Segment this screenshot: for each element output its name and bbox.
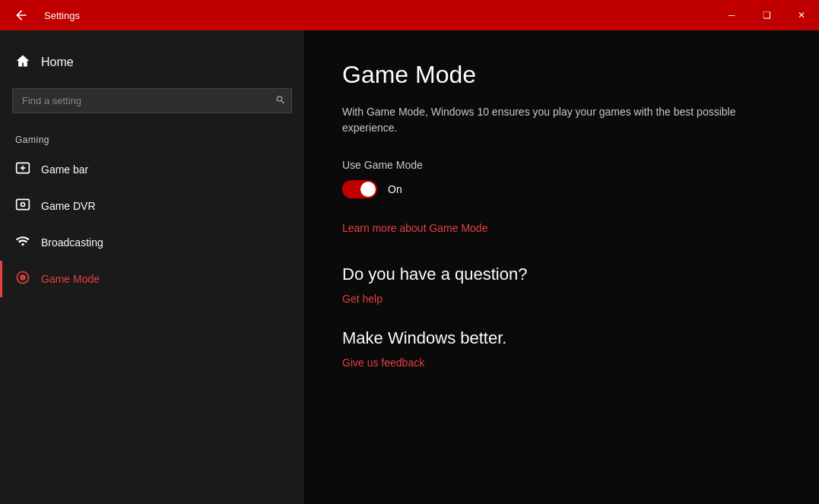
feedback-link[interactable]: Give us feedback [342,357,424,369]
titlebar: Settings ─ ❑ ✕ [0,0,819,30]
home-label: Home [41,55,74,69]
game-mode-toggle[interactable] [342,180,377,198]
sidebar-item-game-bar[interactable]: Game bar [0,151,304,188]
home-icon [15,53,30,71]
search-icon[interactable] [275,94,286,107]
sidebar-item-broadcasting[interactable]: Broadcasting [0,224,304,261]
broadcasting-label: Broadcasting [41,236,103,249]
svg-point-4 [21,203,25,207]
back-button[interactable] [6,0,37,30]
question-title: Do you have a question? [342,265,781,284]
toggle-row: On [342,180,781,198]
toggle-state-label: On [388,183,402,195]
get-help-link[interactable]: Get help [342,293,383,305]
page-title: Game Mode [342,61,781,89]
learn-more-link[interactable]: Learn more about Game Mode [342,222,487,234]
broadcasting-icon [15,233,30,252]
feedback-section: Make Windows better. Give us feedback [342,328,781,369]
svg-rect-3 [17,199,30,209]
sidebar-item-game-mode[interactable]: Game Mode [0,261,304,297]
game-dvr-label: Game DVR [41,200,96,212]
search-input[interactable] [12,88,292,113]
game-dvr-icon [15,197,30,215]
minimize-button[interactable]: ─ [714,0,749,30]
feedback-title: Make Windows better. [342,328,781,348]
close-button[interactable]: ✕ [784,0,819,30]
sidebar-item-game-dvr[interactable]: Game DVR [0,188,304,224]
sidebar: Home Gaming Game bar Game DVR [0,30,304,504]
sidebar-item-home[interactable]: Home [0,46,304,79]
app-title: Settings [44,10,80,21]
game-mode-label: Game Mode [41,273,100,285]
game-mode-section: Use Game Mode On [342,159,781,198]
game-mode-icon [15,270,30,288]
window-controls: ─ ❑ ✕ [714,0,819,30]
game-bar-label: Game bar [41,163,88,176]
content-area: Game Mode With Game Mode, Windows 10 ens… [304,30,819,504]
page-description: With Game Mode, Windows 10 ensures you p… [342,104,760,136]
titlebar-left: Settings [6,0,80,30]
use-game-mode-label: Use Game Mode [342,159,781,171]
restore-button[interactable]: ❑ [749,0,784,30]
gaming-section-label: Gaming [0,122,304,151]
main-layout: Home Gaming Game bar Game DVR [0,30,819,504]
game-bar-icon [15,160,30,179]
search-container [12,88,292,113]
question-section: Do you have a question? Get help [342,265,781,306]
toggle-knob [360,182,376,197]
